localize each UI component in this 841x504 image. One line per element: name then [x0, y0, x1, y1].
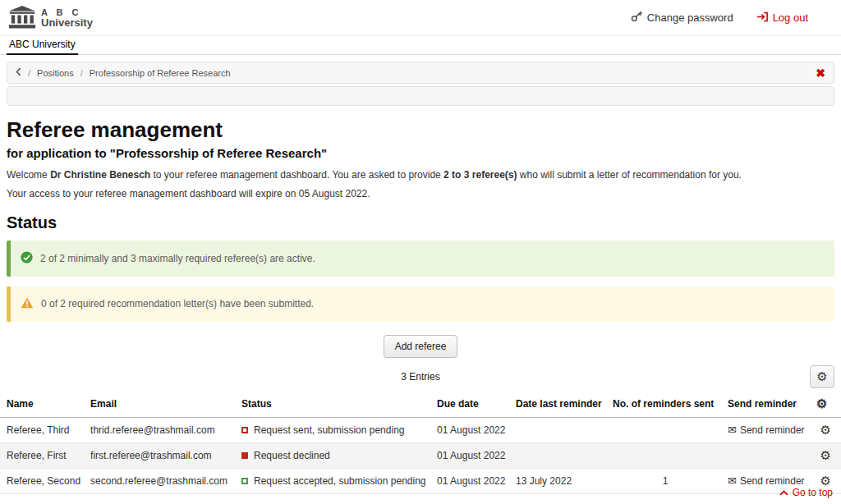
back-chevron-icon[interactable] — [16, 67, 21, 78]
gear-icon[interactable]: ⚙ — [816, 396, 827, 410]
cell-status: Request declined — [237, 442, 432, 468]
page-subtitle: for application to "Professorship of Ref… — [7, 146, 834, 160]
header: A B C University Change password — [0, 0, 841, 36]
cell-reminders-sent — [608, 442, 723, 468]
envelope-icon: ✉ — [728, 424, 737, 436]
page-title: Referee management — [7, 117, 834, 143]
breadcrumb: / Positions / Professorship of Referee R… — [7, 62, 834, 84]
secondary-bar — [7, 86, 834, 106]
add-referee-button[interactable]: Add referee — [384, 335, 458, 358]
status-square-icon — [241, 427, 248, 433]
cell-due-date: 01 August 2022 — [432, 417, 511, 442]
referees-table: Name Email Status Due date Date last rem… — [0, 391, 841, 494]
close-icon[interactable]: ✖ — [816, 67, 825, 79]
cell-send-reminder-empty — [723, 442, 811, 468]
main-content: Referee management for application to "P… — [0, 117, 841, 389]
gear-icon[interactable]: ⚙ — [820, 423, 831, 437]
col-header-reminders-sent: No. of reminders sent — [608, 391, 723, 418]
cell-date-last-reminder — [511, 442, 608, 468]
warning-alert-text: 0 of 2 required recommendation letter(s)… — [41, 298, 314, 309]
cell-status: Request sent, submission pending — [237, 417, 432, 442]
col-header-status: Status — [237, 391, 432, 418]
col-header-date-last-reminder: Date last reminder — [511, 391, 608, 418]
gear-icon: ⚙ — [816, 369, 827, 383]
check-circle-icon — [21, 251, 33, 266]
send-reminder-label: Send reminder — [740, 475, 805, 487]
breadcrumb-item-current: Professorship of Referee Research — [90, 68, 231, 78]
status-heading: Status — [7, 213, 834, 232]
envelope-icon: ✉ — [728, 474, 737, 487]
table-settings-button[interactable]: ⚙ — [810, 365, 834, 388]
warning-triangle-icon — [21, 297, 34, 311]
welcome-mid: to your referee management dashboard. Yo… — [154, 169, 441, 181]
add-referee-row: Add referee — [7, 335, 834, 358]
logo-text: A B C University — [41, 7, 93, 30]
cell-name: Referee, Third — [0, 417, 85, 442]
table-row: Referee, Second second.referee@trashmail… — [0, 468, 841, 493]
status-square-icon — [241, 452, 248, 459]
table-header-row: Name Email Status Due date Date last rem… — [0, 391, 841, 418]
logout-link[interactable]: Log out — [756, 11, 808, 25]
cell-due-date: 01 August 2022 — [432, 442, 511, 468]
cell-email: second.referee@trashmail.com — [85, 468, 237, 493]
cell-reminders-sent — [608, 417, 723, 442]
status-square-icon — [241, 478, 248, 484]
status-alert-warning: 0 of 2 required recommendation letter(s)… — [7, 286, 834, 322]
logo-line-2: University — [41, 17, 93, 30]
cell-due-date: 01 August 2022 — [432, 468, 511, 493]
col-header-send-reminder: Send reminder — [723, 391, 811, 418]
gear-icon[interactable]: ⚙ — [820, 474, 831, 488]
logout-label: Log out — [773, 11, 808, 24]
chevron-up-icon — [779, 487, 788, 498]
logout-icon — [756, 11, 768, 25]
send-reminder-label: Send reminder — [740, 424, 805, 436]
col-header-name: Name — [0, 391, 85, 418]
breadcrumb-separator: / — [80, 68, 83, 78]
university-logo[interactable]: A B C University — [8, 6, 93, 31]
cell-row-settings: ⚙ — [811, 417, 841, 442]
cell-row-settings: ⚙ — [811, 442, 841, 468]
breadcrumb-separator: / — [28, 68, 30, 78]
entries-row: 3 Entries ⚙ — [7, 364, 834, 389]
cell-status: Request accepted, submission pending — [237, 468, 432, 493]
cell-name: Referee, Second — [0, 468, 85, 493]
gear-icon[interactable]: ⚙ — [820, 448, 831, 462]
tab-abc-university[interactable]: ABC University — [7, 36, 78, 55]
change-password-link[interactable]: Change password — [631, 11, 733, 25]
cell-email: first.referee@trashmail.com — [85, 442, 237, 468]
welcome-name: Dr Christine Benesch — [50, 169, 150, 181]
cell-name: Referee, First — [0, 442, 85, 468]
table-row: Referee, First first.referee@trashmail.c… — [0, 442, 841, 468]
expiry-text: Your access to your referee management d… — [7, 187, 834, 201]
welcome-referee-count: 2 to 3 referee(s) — [443, 169, 517, 181]
nav-tabs: ABC University — [0, 36, 841, 55]
key-icon — [631, 11, 642, 25]
table-row: Referee, Third thrid.referee@trashmail.c… — [0, 417, 841, 442]
go-to-top-label: Go to top — [793, 487, 833, 498]
status-text: Request accepted, submission pending — [254, 475, 425, 487]
cell-date-last-reminder: 13 July 2022 — [511, 468, 608, 493]
status-text: Request sent, submission pending — [254, 424, 404, 436]
cell-date-last-reminder — [511, 417, 608, 442]
entries-count: 3 Entries — [401, 371, 439, 383]
col-header-email: Email — [85, 391, 237, 418]
send-reminder-link[interactable]: ✉Send reminder — [723, 417, 811, 442]
breadcrumb-item-positions[interactable]: Positions — [37, 68, 74, 78]
header-links: Change password Log out — [631, 6, 833, 25]
welcome-post: who will submit a letter of recommendati… — [520, 169, 742, 181]
welcome-pre: Welcome — [7, 169, 48, 181]
cell-email: thrid.referee@trashmail.com — [85, 417, 237, 442]
success-alert-text: 2 of 2 minimally and 3 maximally require… — [40, 253, 315, 264]
university-building-icon — [8, 6, 36, 31]
status-text: Request declined — [254, 450, 330, 461]
change-password-label: Change password — [647, 11, 733, 24]
cell-reminders-sent: 1 — [608, 468, 723, 493]
welcome-text: Welcome Dr Christine Benesch to your ref… — [7, 168, 834, 182]
status-alert-success: 2 of 2 minimally and 3 maximally require… — [7, 241, 834, 277]
col-header-due-date: Due date — [432, 391, 511, 418]
go-to-top-link[interactable]: Go to top — [779, 487, 833, 498]
